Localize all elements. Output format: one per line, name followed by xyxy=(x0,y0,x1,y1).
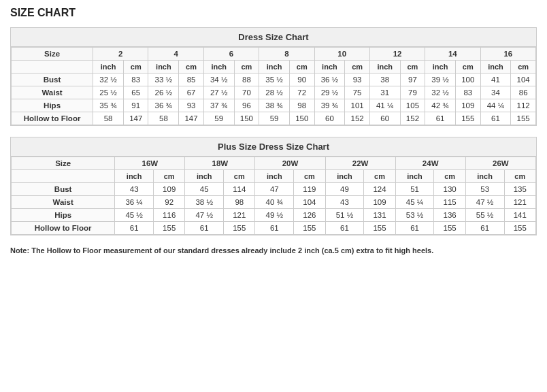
dress-size-4: 4 xyxy=(148,48,203,61)
plus-cell-2-5: 126 xyxy=(294,209,325,222)
dress-cell-1-7: 72 xyxy=(289,86,314,99)
plus-cell-0-5: 119 xyxy=(294,183,325,196)
plus-unit-22w-cm: cm xyxy=(364,170,395,183)
dress-cell-3-2: 58 xyxy=(148,112,179,125)
plus-cell-2-10: 55 ½ xyxy=(465,209,504,222)
dress-cell-0-0: 32 ½ xyxy=(93,74,124,86)
dress-row-0: Bust32 ½8333 ½8534 ½8835 ½9036 ½93389739… xyxy=(12,74,536,86)
dress-unit-14-inch: inch xyxy=(425,61,456,74)
dress-cell-2-1: 91 xyxy=(123,99,148,112)
plus-cell-1-1: 92 xyxy=(154,196,185,209)
plus-cell-0-4: 47 xyxy=(255,183,294,196)
plus-cell-1-3: 98 xyxy=(224,196,255,209)
plus-table-body: Bust431094511447119491245113053135Waist3… xyxy=(12,183,536,235)
plus-cell-3-7: 155 xyxy=(364,222,395,235)
plus-size-header-row: Size 16W 18W 20W 22W 24W 26W xyxy=(12,157,536,170)
dress-cell-1-9: 75 xyxy=(345,86,370,99)
plus-cell-2-6: 51 ½ xyxy=(325,209,364,222)
plus-cell-0-0: 43 xyxy=(115,183,154,196)
dress-cell-1-2: 26 ½ xyxy=(148,86,179,99)
dress-cell-2-0: 35 ¾ xyxy=(93,99,124,112)
plus-unit-16w-cm: cm xyxy=(154,170,185,183)
dress-size-8: 8 xyxy=(259,48,314,61)
dress-row-label-2: Hips xyxy=(12,99,93,112)
plus-chart-title: Plus Size Dress Size Chart xyxy=(11,137,536,157)
dress-row-label-0: Bust xyxy=(12,74,93,86)
plus-unit-24w-inch: inch xyxy=(395,170,434,183)
plus-table: Size 16W 18W 20W 22W 24W 26W inch cm inc… xyxy=(11,157,536,235)
dress-cell-3-7: 150 xyxy=(289,112,314,125)
dress-cell-2-7: 98 xyxy=(289,99,314,112)
dress-cell-3-11: 152 xyxy=(400,112,425,125)
note-label: Note: xyxy=(10,246,29,255)
dress-cell-1-0: 25 ½ xyxy=(93,86,124,99)
dress-cell-3-0: 58 xyxy=(93,112,124,125)
dress-size-chart: Dress Size Chart Size 2 4 6 8 10 12 14 1… xyxy=(10,27,537,126)
plus-cell-0-8: 51 xyxy=(395,183,434,196)
plus-unit-header-row: inch cm inch cm inch cm inch cm inch cm … xyxy=(12,170,536,183)
dress-cell-3-13: 155 xyxy=(456,112,481,125)
plus-cell-0-9: 130 xyxy=(434,183,465,196)
dress-cell-3-3: 147 xyxy=(179,112,204,125)
dress-cell-1-4: 27 ½ xyxy=(203,86,234,99)
dress-cell-0-8: 36 ½ xyxy=(314,74,345,86)
dress-cell-2-5: 96 xyxy=(234,99,259,112)
dress-cell-0-5: 88 xyxy=(234,74,259,86)
plus-cell-2-2: 47 ½ xyxy=(185,209,224,222)
page-title: SIZE CHART xyxy=(10,7,537,19)
plus-cell-3-6: 61 xyxy=(325,222,364,235)
plus-unit-16w-inch: inch xyxy=(115,170,154,183)
plus-unit-18w-inch: inch xyxy=(185,170,224,183)
dress-unit-4-cm: cm xyxy=(179,61,204,74)
plus-cell-3-8: 61 xyxy=(395,222,434,235)
plus-row-label-1: Waist xyxy=(12,196,115,209)
dress-unit-header-row: inch cm inch cm inch cm inch cm inch cm … xyxy=(12,61,536,74)
dress-unit-6-inch: inch xyxy=(203,61,234,74)
plus-cell-2-1: 116 xyxy=(154,209,185,222)
dress-cell-3-10: 60 xyxy=(369,112,400,125)
dress-cell-0-3: 85 xyxy=(179,74,204,86)
plus-cell-1-2: 38 ½ xyxy=(185,196,224,209)
plus-unit-20w-cm: cm xyxy=(294,170,325,183)
dress-unit-16-inch: inch xyxy=(480,61,511,74)
dress-cell-2-12: 42 ¾ xyxy=(425,99,456,112)
dress-cell-0-11: 97 xyxy=(400,74,425,86)
dress-cell-0-15: 104 xyxy=(511,74,536,86)
dress-cell-0-1: 83 xyxy=(123,74,148,86)
plus-cell-1-7: 109 xyxy=(364,196,395,209)
dress-cell-2-14: 44 ¼ xyxy=(480,99,511,112)
plus-cell-3-10: 61 xyxy=(465,222,504,235)
dress-cell-2-13: 109 xyxy=(456,99,481,112)
dress-chart-title: Dress Size Chart xyxy=(11,28,536,47)
dress-cell-0-12: 39 ½ xyxy=(425,74,456,86)
plus-cell-2-3: 121 xyxy=(224,209,255,222)
dress-row-2: Hips35 ¾9136 ¾9337 ¾9638 ¾9839 ¾10141 ¼1… xyxy=(12,99,536,112)
plus-unit-22w-inch: inch xyxy=(325,170,364,183)
plus-unit-20w-inch: inch xyxy=(255,170,294,183)
dress-cell-1-12: 32 ½ xyxy=(425,86,456,99)
dress-size-header-row: Size 2 4 6 8 10 12 14 16 xyxy=(12,48,536,61)
dress-cell-0-4: 34 ½ xyxy=(203,74,234,86)
dress-unit-16-cm: cm xyxy=(511,61,536,74)
plus-cell-2-0: 45 ½ xyxy=(115,209,154,222)
dress-row-3: Hollow to Floor5814758147591505915060152… xyxy=(12,112,536,125)
plus-size-18w: 18W xyxy=(185,157,255,170)
plus-unit-26w-cm: cm xyxy=(504,170,535,183)
dress-size-16: 16 xyxy=(480,48,535,61)
plus-cell-3-3: 155 xyxy=(224,222,255,235)
dress-table: Size 2 4 6 8 10 12 14 16 inch cm inch cm… xyxy=(11,47,536,125)
plus-size-label: Size xyxy=(12,157,115,170)
plus-cell-0-10: 53 xyxy=(465,183,504,196)
plus-cell-1-11: 121 xyxy=(504,196,535,209)
dress-unit-14-cm: cm xyxy=(456,61,481,74)
dress-cell-0-9: 93 xyxy=(345,74,370,86)
dress-row-1: Waist25 ½6526 ½6727 ½7028 ½7229 ½7531793… xyxy=(12,86,536,99)
dress-size-label: Size xyxy=(12,48,93,61)
plus-cell-0-3: 114 xyxy=(224,183,255,196)
dress-cell-1-14: 34 xyxy=(480,86,511,99)
dress-unit-8-inch: inch xyxy=(259,61,290,74)
dress-cell-1-6: 28 ½ xyxy=(259,86,290,99)
plus-cell-2-7: 131 xyxy=(364,209,395,222)
plus-cell-1-9: 115 xyxy=(434,196,465,209)
plus-cell-3-1: 155 xyxy=(154,222,185,235)
